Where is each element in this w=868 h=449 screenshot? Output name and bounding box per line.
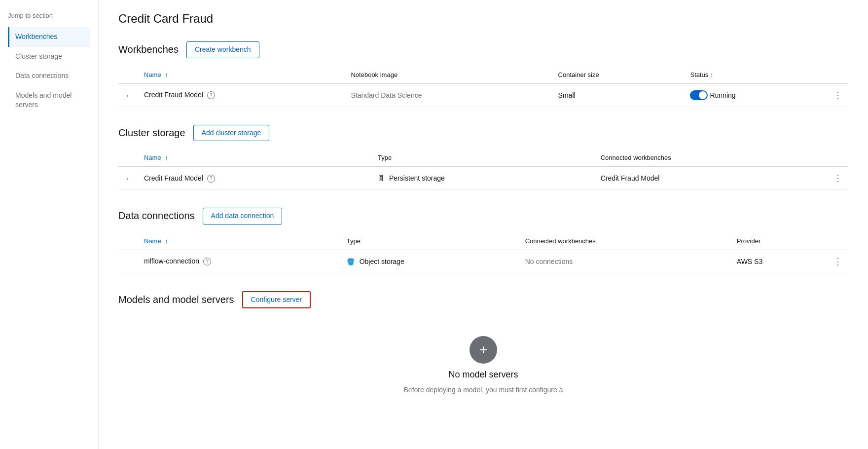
th-notebook-image: Notebook image	[345, 66, 552, 84]
sidebar-item-data-connections[interactable]: Data connections	[8, 66, 90, 86]
cs-connected-wb-cell: Credit Fraud Model	[595, 167, 828, 190]
wb-notebook-image-cell: Standard Data Science	[345, 83, 552, 107]
name-sort-icon: ↑	[165, 71, 168, 78]
data-connections-header: Data connections Add data connection	[118, 208, 848, 224]
dc-table-header-row: Name ↑ Type Connected workbenches Provid…	[118, 232, 848, 250]
th-expand	[118, 66, 138, 84]
th-cs-actions	[828, 149, 848, 167]
dc-kebab-menu[interactable]: ⋮	[833, 257, 842, 266]
th-cs-connected-wb: Connected workbenches	[595, 149, 828, 167]
page-title: Credit Card Fraud	[118, 12, 848, 26]
th-cs-name[interactable]: Name ↑	[138, 149, 372, 167]
wb-info-icon[interactable]: ?	[207, 91, 215, 99]
cs-actions-cell: ⋮	[828, 167, 848, 190]
th-dc-connected-wb: Connected workbenches	[519, 232, 731, 250]
sidebar-nav: Workbenches Cluster storage Data connect…	[8, 27, 90, 115]
wb-container-size-cell: Small	[552, 83, 685, 107]
cs-table-header-row: Name ↑ Type Connected workbenches	[118, 149, 848, 167]
cluster-storage-title: Cluster storage	[118, 127, 185, 139]
wb-expand-chevron[interactable]: ›	[124, 92, 130, 99]
wb-toggle[interactable]	[690, 90, 708, 100]
dc-connected-wb-cell: No connections	[519, 250, 731, 273]
main-content: Credit Card Fraud Workbenches Create wor…	[99, 0, 868, 449]
workbenches-table: Name ↑ Notebook image Container size Sta…	[118, 66, 848, 107]
cluster-storage-header: Cluster storage Add cluster storage	[118, 125, 848, 142]
no-model-servers-title: No model servers	[448, 370, 518, 380]
cs-info-icon[interactable]: ?	[207, 175, 215, 183]
dc-actions-cell: ⋮	[828, 250, 848, 273]
jump-to-section-label: Jump to section	[8, 12, 90, 19]
cluster-storage-table: Name ↑ Type Connected workbenches ›	[118, 149, 848, 190]
models-servers-header: Models and model servers Configure serve…	[118, 291, 848, 309]
configure-server-button[interactable]: Configure server	[242, 291, 311, 309]
cluster-storage-section: Cluster storage Add cluster storage Name…	[118, 125, 848, 190]
create-workbench-button[interactable]: Create workbench	[186, 41, 259, 58]
dc-info-icon[interactable]: ?	[203, 258, 211, 265]
models-servers-title: Models and model servers	[118, 294, 234, 305]
dc-name-sort-icon: ↑	[165, 237, 168, 245]
wb-name-cell: Credit Fraud Model ?	[138, 83, 345, 107]
th-cs-type: Type	[372, 149, 595, 167]
dc-type-cell: 🪣 Object storage	[341, 250, 519, 273]
no-model-servers-empty-state: + No model servers Before deploying a mo…	[118, 316, 848, 404]
sidebar-item-workbenches[interactable]: Workbenches	[8, 27, 90, 47]
toggle-track[interactable]	[690, 90, 708, 100]
wb-actions-cell: ⋮	[828, 83, 848, 107]
th-dc-name[interactable]: Name ↑	[138, 232, 341, 250]
th-dc-type: Type	[341, 232, 519, 250]
wb-status-cell: Running	[684, 83, 828, 107]
cs-type-cell: 🗄 Persistent storage	[372, 167, 595, 190]
dc-name-cell: mlflow-connection ?	[138, 250, 341, 273]
cs-kebab-menu[interactable]: ⋮	[833, 173, 842, 183]
models-servers-section: Models and model servers Configure serve…	[118, 291, 848, 404]
data-connection-row: mlflow-connection ? 🪣 Object storage No …	[118, 250, 848, 273]
add-data-connection-button[interactable]: Add data connection	[203, 208, 283, 224]
workbench-row: › Credit Fraud Model ? Standard Data Sci…	[118, 83, 848, 107]
wb-kebab-menu[interactable]: ⋮	[833, 90, 842, 100]
no-model-servers-icon: +	[470, 336, 497, 364]
th-workbench-name[interactable]: Name ↑	[138, 66, 345, 84]
dc-expand-cell	[118, 250, 138, 273]
th-cs-expand	[118, 149, 138, 167]
add-cluster-storage-button[interactable]: Add cluster storage	[193, 125, 270, 142]
dc-provider-cell: AWS S3	[731, 250, 828, 273]
wb-status-label: Running	[710, 91, 735, 99]
cs-expand-cell: ›	[118, 167, 138, 190]
th-actions-wb	[828, 66, 848, 84]
cluster-storage-row: › Credit Fraud Model ? 🗄 Persistent stor…	[118, 167, 848, 190]
toggle-thumb	[699, 91, 707, 99]
th-dc-actions	[828, 232, 848, 250]
workbenches-table-header-row: Name ↑ Notebook image Container size Sta…	[118, 66, 848, 84]
th-dc-expand	[118, 232, 138, 250]
th-container-size: Container size	[552, 66, 685, 84]
workbenches-header: Workbenches Create workbench	[118, 41, 848, 58]
data-connections-table: Name ↑ Type Connected workbenches Provid…	[118, 232, 848, 273]
workbenches-title: Workbenches	[118, 44, 179, 55]
th-dc-provider: Provider	[731, 232, 828, 250]
status-sort-icon: ↕	[710, 72, 713, 77]
object-storage-icon: 🪣	[347, 258, 355, 265]
sidebar-item-cluster-storage[interactable]: Cluster storage	[8, 47, 90, 67]
th-status: Status ↕	[684, 66, 828, 84]
sidebar: Jump to section Workbenches Cluster stor…	[0, 0, 99, 449]
sidebar-item-models-servers[interactable]: Models and model servers	[8, 86, 90, 115]
cs-name-cell: Credit Fraud Model ?	[138, 167, 372, 190]
cs-expand-chevron[interactable]: ›	[124, 175, 130, 182]
workbenches-section: Workbenches Create workbench Name ↑ Note…	[118, 41, 848, 107]
data-connections-title: Data connections	[118, 210, 195, 222]
no-model-servers-description: Before deploying a model, you must first…	[404, 386, 563, 394]
wb-expand-cell: ›	[118, 83, 138, 107]
data-connections-section: Data connections Add data connection Nam…	[118, 208, 848, 273]
cs-name-sort-icon: ↑	[165, 154, 168, 161]
persistent-storage-icon: 🗄	[378, 175, 384, 182]
